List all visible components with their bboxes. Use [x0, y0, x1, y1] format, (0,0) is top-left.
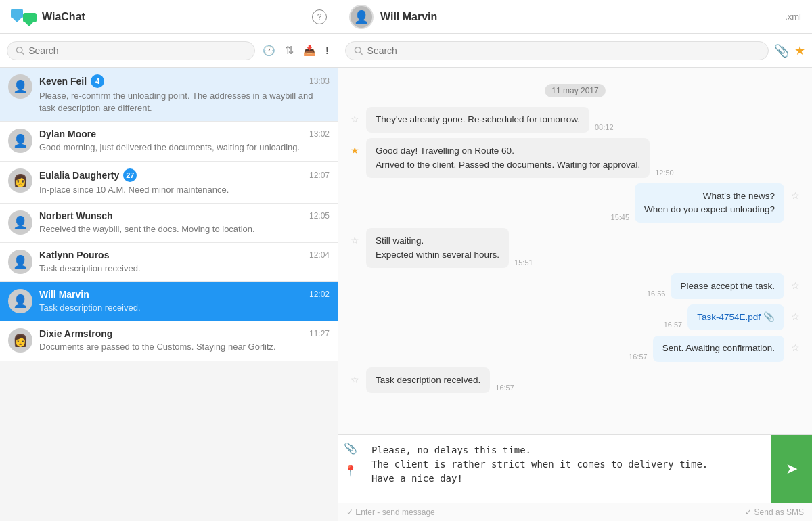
chat-item-eulalia-daugherty[interactable]: 👩 Eulalia Daugherty 27 12:07 In-place si…	[0, 162, 338, 204]
msg-time-msg8: 16:57	[495, 384, 514, 392]
chat-info-dylan-moore: Dylan Moore 13:02 Good morning, just del…	[39, 129, 330, 154]
message-row-msg4: ☆ Still waiting.Expected within several …	[349, 228, 801, 268]
chat-search-box[interactable]	[345, 41, 769, 60]
right-panel: 👤 Will Marvin .xml 📎 ★ 11 may 2017 ☆ The…	[338, 0, 812, 521]
chat-info-will-marvin: Will Marvin 12:02 Task description recei…	[39, 289, 330, 314]
app-header: WiaChat ?	[0, 0, 338, 34]
send-button[interactable]: ➤	[771, 435, 812, 503]
chat-info-eulalia-daugherty: Eulalia Daugherty 27 12:07 In-place sinc…	[39, 168, 330, 196]
message-row-msg3: ☆ What's the news?When do you expect unl…	[349, 183, 801, 223]
sms-hint: ✓ Send as SMS	[745, 507, 804, 517]
avatar-will-marvin: 👤	[8, 289, 32, 313]
star-button-msg8[interactable]: ☆	[349, 373, 361, 386]
chat-header-row: Norbert Wunsch 12:05	[39, 210, 330, 221]
help-button[interactable]: ?	[312, 9, 327, 24]
star-button-msg2[interactable]: ★	[349, 143, 361, 157]
chat-header-row: Eulalia Daugherty 27 12:07	[39, 168, 330, 182]
chat-header-row: Dylan Moore 13:02	[39, 129, 330, 139]
chat-preview-will-marvin: Task description received.	[39, 302, 330, 314]
msg-with-time: What's the news?When do you expect unloa…	[349, 183, 784, 223]
badge-keven-feil: 4	[91, 74, 104, 88]
bubble-msg1: They've already gone. Re-scheduled for t…	[366, 107, 589, 133]
chat-time-norbert-wunsch: 12:05	[309, 211, 330, 221]
date-label: 11 may 2017	[545, 84, 605, 97]
star-button-msg5[interactable]: ☆	[790, 279, 801, 292]
msg-with-time: Task-4754E.pdf📎 16:57	[349, 304, 784, 330]
badge-eulalia-daugherty: 27	[123, 168, 137, 182]
app-logo: WiaChat	[11, 7, 85, 26]
avatar-keven-feil: 👤	[8, 74, 32, 99]
msg-time-msg2: 12:50	[655, 168, 674, 177]
location-icon[interactable]: 📍	[344, 464, 357, 477]
star-button-msg1[interactable]: ☆	[349, 112, 361, 126]
star-button-msg7[interactable]: ☆	[790, 341, 801, 355]
archive-icon[interactable]: 📥	[301, 43, 318, 59]
chat-time-katlynn-pouros: 12:04	[309, 250, 330, 260]
star-button-msg3[interactable]: ☆	[790, 189, 801, 202]
chat-time-dylan-moore: 13:02	[309, 129, 330, 139]
msg-time-msg1: 08:12	[595, 123, 614, 131]
chat-header-row: Katlynn Pouros 12:04	[39, 250, 330, 260]
msg-with-time: Task description received. 16:57	[366, 367, 801, 393]
bubble-msg7: Sent. Awaiting confirmation.	[653, 336, 784, 361]
paperclip-icon[interactable]: 📎	[344, 442, 357, 455]
sort-icon[interactable]: ⇅	[283, 42, 296, 59]
chat-item-will-marvin[interactable]: 👤 Will Marvin 12:02 Task description rec…	[0, 282, 338, 321]
chat-header-left: 👤 Will Marvin	[349, 5, 437, 29]
chat-list: 👤 Keven Feil 4 13:03 Please, re-confirm …	[0, 68, 338, 521]
date-divider: 11 may 2017	[349, 84, 801, 96]
msg-time-msg7: 16:57	[629, 353, 648, 361]
msg-with-time: Sent. Awaiting confirmation. 16:57	[349, 336, 784, 361]
input-main: 📎 📍 ➤	[338, 435, 812, 503]
left-search-toolbar: 🕐 ⇅ 📥 !	[0, 34, 338, 68]
attachment-icon[interactable]: 📎	[774, 43, 789, 58]
left-search-box[interactable]	[7, 41, 255, 60]
chat-preview-dylan-moore: Good morning, just delivered the documen…	[39, 141, 330, 154]
message-row-msg6: ☆ Task-4754E.pdf📎 16:57	[349, 304, 801, 330]
bubble-msg2: Good day! Travelling on Route 60.Arrived…	[366, 138, 650, 178]
chat-preview-eulalia-daugherty: In-place since 10 A.M. Need minor mainte…	[39, 184, 330, 196]
chat-name-eulalia-daugherty: Eulalia Daugherty	[39, 170, 119, 181]
input-footer: ✓ Enter - send message ✓ Send as SMS	[338, 503, 812, 521]
star-filter-icon[interactable]: ★	[794, 43, 805, 58]
clock-icon[interactable]: 🕐	[261, 43, 277, 59]
chat-preview-dixie-armstrong: Documents are passed to the Customs. Sta…	[39, 341, 330, 353]
chat-item-keven-feil[interactable]: 👤 Keven Feil 4 13:03 Please, re-confirm …	[0, 68, 338, 122]
bubble-msg8: Task description received.	[366, 367, 490, 393]
left-panel: WiaChat ? 🕐 ⇅ 📥 ! 👤 Keven Feil 4 13:03	[0, 0, 338, 521]
bubble-msg6: Task-4754E.pdf📎	[687, 304, 784, 330]
chat-search-input[interactable]	[367, 45, 760, 56]
clip-icon: 📎	[763, 312, 775, 322]
chat-item-dixie-armstrong[interactable]: 👩 Dixie Armstrong 11:27 Documents are pa…	[0, 321, 338, 361]
message-input[interactable]	[363, 435, 771, 503]
chat-name-dixie-armstrong: Dixie Armstrong	[39, 328, 112, 339]
chat-search-icon	[354, 46, 363, 55]
chat-header-row: Will Marvin 12:02	[39, 289, 330, 300]
msg-time-msg5: 16:56	[647, 290, 666, 298]
msg-time-msg6: 16:57	[664, 321, 683, 329]
attachment-link[interactable]: Task-4754E.pdf	[697, 312, 761, 322]
app-title: WiaChat	[42, 11, 85, 23]
search-input[interactable]	[28, 45, 246, 56]
star-button-msg6[interactable]: ☆	[790, 310, 801, 323]
chat-info-keven-feil: Keven Feil 4 13:03 Please, re-confirm th…	[39, 74, 330, 114]
chat-header-row: Keven Feil 4 13:03	[39, 74, 330, 88]
chat-item-norbert-wunsch[interactable]: 👤 Norbert Wunsch 12:05 Received the wayb…	[0, 204, 338, 243]
msg-with-time: Good day! Travelling on Route 60.Arrived…	[366, 138, 801, 178]
input-area: 📎 📍 ➤ ✓ Enter - send message ✓ Send as S…	[338, 434, 812, 521]
star-button-msg4[interactable]: ☆	[349, 233, 361, 247]
chat-name-keven-feil: Keven Feil	[39, 76, 87, 87]
chat-name-norbert-wunsch: Norbert Wunsch	[39, 210, 113, 221]
chat-item-dylan-moore[interactable]: 👤 Dylan Moore 13:02 Good morning, just d…	[0, 122, 338, 161]
input-side-icons: 📎 📍	[338, 435, 363, 503]
svg-marker-1	[13, 18, 21, 22]
msg-time-msg4: 15:51	[514, 258, 533, 267]
chat-item-katlynn-pouros[interactable]: 👤 Katlynn Pouros 12:04 Task description …	[0, 243, 338, 282]
messages-area[interactable]: 11 may 2017 ☆ They've already gone. Re-s…	[338, 68, 812, 434]
more-icon[interactable]: !	[323, 43, 331, 58]
svg-rect-0	[11, 9, 23, 18]
send-icon: ➤	[786, 460, 798, 478]
chat-info-katlynn-pouros: Katlynn Pouros 12:04 Task description re…	[39, 250, 330, 275]
avatar-katlynn-pouros: 👤	[8, 250, 32, 274]
svg-line-7	[360, 52, 362, 54]
